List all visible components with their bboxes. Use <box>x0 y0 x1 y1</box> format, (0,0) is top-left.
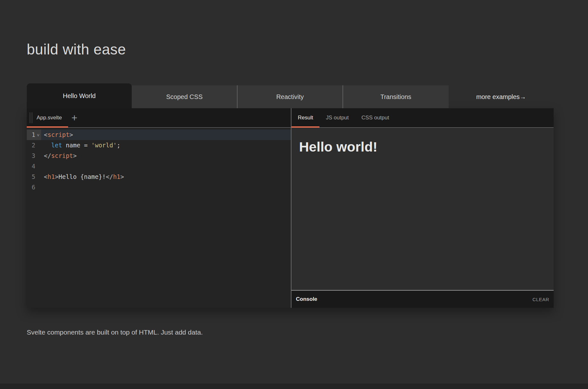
output-tabs: Result JS output CSS output <box>291 108 554 128</box>
fold-spacer <box>35 182 41 193</box>
line-gutter: 1v <box>27 130 41 140</box>
rendered-hello-heading: Hello world! <box>299 139 554 155</box>
code-token <box>88 142 91 149</box>
code-token: > <box>120 173 124 180</box>
code-token: </ <box>44 152 51 159</box>
tab-js-output[interactable]: JS output <box>319 108 355 127</box>
code-line: 6 <box>27 182 291 193</box>
code-line: 3</script> <box>27 151 291 161</box>
active-file-underline <box>27 126 68 128</box>
code-text: <script> <box>41 130 73 140</box>
code-token: </ <box>106 173 113 180</box>
fold-spacer <box>35 140 41 151</box>
code-line: 5<h1>Hello {name}!</h1> <box>27 172 291 182</box>
tab-result[interactable]: Result <box>291 108 319 127</box>
file-tab-app-svelte[interactable]: App.svelte <box>37 115 62 121</box>
code-line: 1v<script> <box>27 130 291 140</box>
bottom-strip <box>0 384 588 389</box>
tab-label: Transitions <box>380 93 411 101</box>
fold-spacer <box>35 161 41 172</box>
line-number: 3 <box>27 151 35 161</box>
line-number: 6 <box>27 182 35 193</box>
result-pane: Result JS output CSS output Hello world! <box>291 108 554 308</box>
code-token: < <box>44 173 47 180</box>
code-token: > <box>73 152 77 159</box>
active-tab-underline <box>291 126 319 128</box>
file-tab-strip: App.svelte + <box>27 108 291 128</box>
code-text: <h1>Hello {name}!</h1> <box>41 172 124 182</box>
tab-hello-world[interactable]: Hello World <box>27 83 132 108</box>
code-text: let name = 'world'; <box>41 140 120 151</box>
tab-label: Reactivity <box>276 93 304 101</box>
code-token <box>44 142 51 149</box>
line-number: 1 <box>27 130 35 140</box>
repl-panes: App.svelte + 1v<script>2 let name = 'wor… <box>27 108 554 308</box>
console-label: Console <box>296 296 317 302</box>
code-token: = <box>84 142 88 149</box>
code-editor[interactable]: 1v<script>2 let name = 'world';3</script… <box>27 128 291 308</box>
code-text: </script> <box>41 151 77 161</box>
code-token: script <box>51 152 73 159</box>
tab-label: CSS output <box>361 115 389 121</box>
line-gutter: 4 <box>27 161 41 172</box>
code-text <box>41 182 44 193</box>
fold-spacer <box>35 172 41 182</box>
code-token: > <box>55 173 58 180</box>
page-title: build with ease <box>27 41 126 58</box>
more-examples-link[interactable]: more examples→ <box>449 85 554 108</box>
code-token: h1 <box>47 173 55 180</box>
section-caption: Svelte components are built on top of HT… <box>27 329 203 336</box>
code-token: > <box>69 131 73 138</box>
page: build with ease Hello World Scoped CSS R… <box>0 0 588 389</box>
code-token: let <box>51 142 62 149</box>
line-number: 5 <box>27 172 35 182</box>
code-line: 4 <box>27 161 291 172</box>
line-gutter: 5 <box>27 172 41 182</box>
fold-chevron-icon[interactable]: v <box>35 130 41 140</box>
code-token: Hello {name}! <box>59 173 106 180</box>
tab-scoped-css[interactable]: Scoped CSS <box>132 85 237 108</box>
example-tabs: Hello World Scoped CSS Reactivity Transi… <box>27 85 554 108</box>
add-file-button[interactable]: + <box>71 113 77 123</box>
code-token: ; <box>117 142 120 149</box>
drag-handle-icon[interactable] <box>30 112 32 123</box>
tab-reactivity[interactable]: Reactivity <box>237 85 343 108</box>
editor-pane: App.svelte + 1v<script>2 let name = 'wor… <box>27 108 291 308</box>
code-token <box>80 142 84 149</box>
tab-css-output[interactable]: CSS output <box>355 108 396 127</box>
tab-transitions[interactable]: Transitions <box>343 85 449 108</box>
line-number: 2 <box>27 140 35 151</box>
line-gutter: 3 <box>27 151 41 161</box>
code-token: 'world' <box>91 142 117 149</box>
console-bar: Console CLEAR <box>291 291 554 308</box>
code-token <box>62 142 66 149</box>
line-number: 4 <box>27 161 35 172</box>
line-gutter: 2 <box>27 140 41 151</box>
code-text <box>41 161 44 172</box>
code-token: name <box>66 142 80 149</box>
tab-label: Scoped CSS <box>166 93 203 101</box>
tab-label: Hello World <box>63 92 96 100</box>
code-token: h1 <box>113 173 120 180</box>
code-line: 2 let name = 'world'; <box>27 140 291 151</box>
code-token: script <box>47 131 69 138</box>
repl-demo: Hello World Scoped CSS Reactivity Transi… <box>27 85 554 308</box>
tab-label: Result <box>298 115 313 121</box>
line-gutter: 6 <box>27 182 41 193</box>
console-clear-button[interactable]: CLEAR <box>532 297 549 302</box>
tab-label: JS output <box>326 115 349 121</box>
fold-spacer <box>35 151 41 161</box>
code-token: < <box>44 131 47 138</box>
result-viewport: Hello world! <box>291 128 554 290</box>
